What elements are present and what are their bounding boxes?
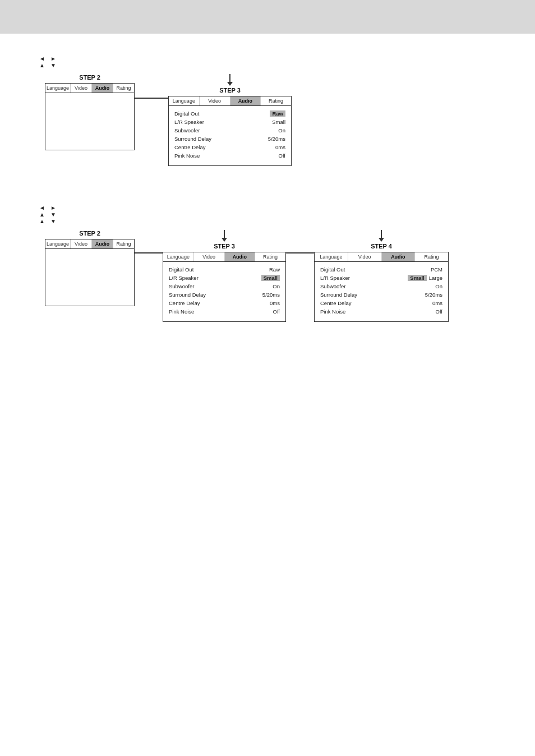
d2-step3-menu: Language Video Audio Rating Digital Out …	[163, 252, 286, 322]
step2-tab-language[interactable]: Language	[45, 84, 71, 93]
d2-step4-tab-rating[interactable]: Rating	[415, 252, 448, 261]
d2-step4-tab-language[interactable]: Language	[315, 252, 348, 261]
d2-step4-label: STEP 4	[371, 243, 392, 250]
step3-row-pink-noise: Pink Noise Off	[174, 153, 285, 159]
d2-step2-tab-language[interactable]: Language	[45, 239, 71, 248]
d2-step3-row-lr-speaker: L/R Speaker Small	[169, 275, 280, 281]
step2-body	[45, 93, 134, 102]
d2-step2-body	[45, 249, 134, 258]
right-arrow-2-icon[interactable]: ►	[50, 205, 56, 211]
step3-tab-language[interactable]: Language	[169, 96, 200, 105]
d2-step4-row-centre-delay: Centre Delay 0ms	[320, 300, 442, 306]
d2-step3-row-pink-noise: Pink Noise Off	[169, 308, 280, 315]
d2-step3-tabs: Language Video Audio Rating	[163, 252, 285, 262]
d2-step4-body: Digital Out PCM L/R Speaker Small Large …	[315, 262, 448, 321]
top-bar	[0, 0, 535, 34]
diagram-1: STEP 2 Language Video Audio Rating	[45, 74, 518, 166]
right-arrow-icon[interactable]: ►	[50, 56, 56, 62]
d2-step3-label: STEP 3	[214, 243, 235, 250]
up-arrow-icon[interactable]: ▲	[39, 63, 45, 68]
d2-step3-row-subwoofer: Subwoofer On	[169, 283, 280, 289]
d2-step4-row-lr-speaker: L/R Speaker Small Large	[320, 275, 442, 281]
d2-step4-col: STEP 4 Language Video Audio Rating Digit…	[314, 230, 449, 322]
step3-tab-video[interactable]: Video	[200, 96, 230, 105]
d2-step2-menu: Language Video Audio Rating	[45, 239, 135, 306]
step2-menu: Language Video Audio Rating	[45, 83, 135, 150]
d2-step4-row-surround-delay: Surround Delay 5/20ms	[320, 292, 442, 298]
d2-step3-tab-language[interactable]: Language	[163, 252, 194, 261]
down-arrow-icon[interactable]: ▼	[50, 63, 56, 68]
step3-row-digital-out: Digital Out Raw	[174, 110, 285, 117]
step3-menu: Language Video Audio Rating Digital Out …	[168, 96, 292, 166]
d2-step2-tabs: Language Video Audio Rating	[45, 239, 134, 249]
d2-step3-tab-video[interactable]: Video	[194, 252, 225, 261]
step3-tabs: Language Video Audio Rating	[169, 96, 291, 106]
d2-step2-tab-audio[interactable]: Audio	[92, 239, 113, 248]
d2-step4-tab-audio[interactable]: Audio	[382, 252, 416, 261]
d2-step4-row-pink-noise: Pink Noise Off	[320, 308, 442, 315]
step3-row-subwoofer: Subwoofer On	[174, 127, 285, 133]
d2-step3-row-centre-delay: Centre Delay 0ms	[169, 300, 280, 306]
step3-row-surround-delay: Surround Delay 5/20ms	[174, 136, 285, 142]
d2-step2-label: STEP 2	[79, 230, 100, 237]
d2-step4-tabs: Language Video Audio Rating	[315, 252, 448, 262]
step3-tab-audio[interactable]: Audio	[230, 96, 261, 105]
up-arrow-3-icon[interactable]: ▲	[39, 219, 45, 224]
step2-tab-video[interactable]: Video	[71, 84, 92, 93]
diagram-2: STEP 2 Language Video Audio Rating STEP …	[45, 230, 518, 322]
d2-step3-tab-audio[interactable]: Audio	[225, 252, 256, 261]
step3-tab-rating[interactable]: Rating	[261, 96, 291, 105]
d2-step3-col: STEP 3 Language Video Audio Rating Digit…	[163, 230, 286, 322]
d2-step3-tab-rating[interactable]: Rating	[255, 252, 285, 261]
d2-step3-row-surround-delay: Surround Delay 5/20ms	[169, 292, 280, 298]
d2-step4-row-digital-out: Digital Out PCM	[320, 266, 442, 273]
d2-step3-body: Digital Out Raw L/R Speaker Small Subwoo…	[163, 262, 285, 321]
step4-lr-small: Small	[408, 275, 426, 281]
nav-arrows-1: ◄ ► ▲ ▼	[39, 56, 518, 68]
step2-tabs: Language Video Audio Rating	[45, 84, 134, 93]
d2-step2-col: STEP 2 Language Video Audio Rating	[45, 230, 135, 306]
d2-step2-tab-video[interactable]: Video	[71, 239, 92, 248]
step2-tab-audio[interactable]: Audio	[92, 84, 113, 93]
step4-lr-large: Large	[429, 275, 442, 281]
page-content: ◄ ► ▲ ▼ STEP 2 Language Video Audio Rati…	[0, 34, 535, 756]
step2-label: STEP 2	[79, 74, 100, 81]
down-arrow-3-icon[interactable]: ▼	[50, 219, 56, 224]
left-arrow-icon[interactable]: ◄	[39, 56, 45, 62]
left-arrow-2-icon[interactable]: ◄	[39, 205, 45, 211]
d2-step4-tab-video[interactable]: Video	[348, 252, 382, 261]
up-arrow-2-icon[interactable]: ▲	[39, 212, 45, 218]
d2-step4-menu: Language Video Audio Rating Digital Out …	[314, 252, 449, 322]
d2-step3-row-digital-out: Digital Out Raw	[169, 266, 280, 273]
step2-col: STEP 2 Language Video Audio Rating	[45, 74, 135, 150]
step3-col: STEP 3 Language Video Audio Rating Digit…	[168, 74, 292, 166]
d2-step2-tab-rating[interactable]: Rating	[113, 239, 134, 248]
nav-arrows-2: ◄ ► ▲ ▼ ▲ ▼	[39, 205, 518, 224]
down-arrow-2-icon[interactable]: ▼	[50, 212, 56, 218]
step3-row-lr-speaker: L/R Speaker Small	[174, 119, 285, 125]
d2-step4-row-subwoofer: Subwoofer On	[320, 283, 442, 289]
step3-label: STEP 3	[219, 87, 241, 94]
step2-tab-rating[interactable]: Rating	[113, 84, 134, 93]
step3-row-centre-delay: Centre Delay 0ms	[174, 144, 285, 150]
step3-body: Digital Out Raw L/R Speaker Small Subwoo…	[169, 106, 291, 165]
